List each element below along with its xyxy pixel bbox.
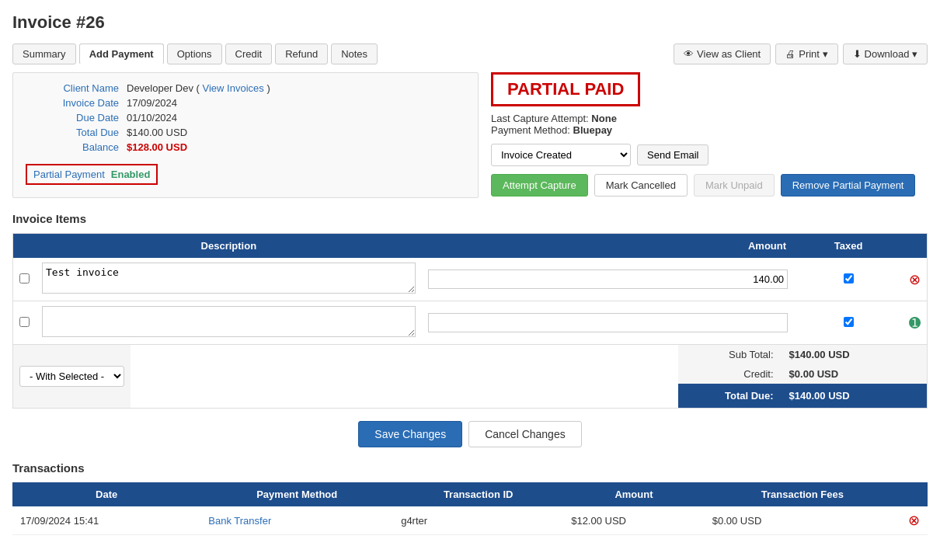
subtotal-value: $140.00 USD	[782, 345, 903, 364]
subtotal-action	[903, 345, 927, 364]
client-name-value: Developer Dev ( View Invoices )	[127, 82, 270, 94]
with-selected-totals-area: - With Selected - Delete Sub Total: $140…	[13, 345, 927, 408]
cancel-changes-button[interactable]: Cancel Changes	[468, 421, 582, 447]
view-as-client-button[interactable]: 👁 View as Client	[674, 43, 771, 64]
row2-add-cell: ➊	[903, 301, 927, 345]
send-email-button[interactable]: Send Email	[637, 144, 708, 165]
tab-add-payment[interactable]: Add Payment	[79, 43, 164, 64]
row2-amount-input[interactable]	[428, 313, 788, 332]
total-due-label: Total Due	[26, 127, 127, 138]
total-due-totals-label: Total Due:	[678, 384, 782, 408]
row1-taxed-cell	[794, 258, 903, 301]
payment-method-label: Payment Method:	[491, 124, 570, 136]
txn-payment-method-link[interactable]: Bank Transfer	[208, 515, 271, 527]
total-due-row: Total Due $140.00 USD	[26, 127, 465, 138]
row1-remove-button[interactable]: ⊗	[909, 271, 921, 288]
invoice-date-label: Invoice Date	[26, 97, 127, 109]
credit-value: $0.00 USD	[782, 364, 903, 384]
due-date-label: Due Date	[26, 112, 127, 123]
invoice-items-header-row: Description Amount Taxed	[13, 234, 927, 258]
invoice-items-heading: Invoice Items	[12, 212, 928, 225]
table-row: ➊	[13, 301, 927, 345]
transactions-header-row: Date Payment Method Transaction ID Amoun…	[12, 482, 928, 506]
invoice-date-value: 17/09/2024	[127, 97, 177, 109]
row2-checkbox-cell	[13, 301, 36, 345]
transactions-heading: Transactions	[12, 461, 928, 475]
row2-amount-cell	[422, 301, 794, 345]
top-action-buttons: 👁 View as Client 🖨 Print ▾ ⬇ Download ▾	[674, 43, 928, 64]
partial-payment-box: Partial Payment Enabled	[26, 164, 158, 185]
mark-unpaid-button: Mark Unpaid	[694, 174, 775, 197]
print-button[interactable]: 🖨 Print ▾	[775, 43, 837, 64]
txn-fees: $0.00 USD	[705, 506, 900, 535]
print-label: Print ▾	[799, 48, 827, 60]
with-selected-area: - With Selected - Delete	[13, 345, 131, 408]
totals-section: Sub Total: $140.00 USD Credit: $0.00 USD…	[678, 345, 927, 408]
tab-options[interactable]: Options	[167, 43, 222, 64]
col-date: Date	[12, 482, 200, 506]
due-date-row: Due Date 01/10/2024	[26, 112, 465, 123]
txn-amount: $12.00 USD	[563, 506, 705, 535]
mark-cancelled-button[interactable]: Mark Cancelled	[594, 174, 688, 197]
balance-value: $128.00 USD	[127, 141, 187, 153]
download-label: Download ▾	[865, 48, 917, 60]
col-amount: Amount	[563, 482, 705, 506]
txn-remove-button[interactable]: ⊗	[908, 512, 920, 529]
row2-add-button[interactable]: ➊	[909, 315, 921, 332]
row1-taxed-checkbox[interactable]	[844, 273, 854, 283]
attempt-capture-button[interactable]: Attempt Capture	[491, 174, 588, 197]
status-dropdown[interactable]: Invoice Created Payment Pending Paid Can…	[491, 144, 631, 166]
last-capture-label: Last Capture Attempt:	[491, 113, 589, 124]
invoice-items-table: Description Amount Taxed Test invoice	[13, 234, 927, 345]
col-description: Description	[36, 234, 422, 258]
row1-amount-input[interactable]	[428, 270, 788, 289]
form-actions: Save Changes Cancel Changes	[12, 421, 928, 447]
invoice-summary-area: Client Name Developer Dev ( View Invoice…	[12, 72, 928, 198]
totals-spacer	[131, 345, 678, 408]
download-button[interactable]: ⬇ Download ▾	[843, 43, 928, 64]
col-transaction-id: Transaction ID	[393, 482, 563, 506]
view-invoices-link[interactable]: View Invoices	[203, 82, 264, 94]
row2-taxed-cell	[794, 301, 903, 345]
balance-label: Balance	[26, 141, 127, 153]
transactions-table: Date Payment Method Transaction ID Amoun…	[12, 482, 928, 535]
row2-taxed-checkbox[interactable]	[844, 317, 854, 327]
col-payment-method: Payment Method	[200, 482, 393, 506]
with-selected-dropdown[interactable]: - With Selected - Delete	[19, 366, 124, 387]
txn-payment-method: Bank Transfer	[200, 506, 393, 535]
row1-checkbox[interactable]	[19, 273, 30, 283]
partial-payment-label: Partial Payment	[33, 169, 105, 180]
row1-description-input[interactable]: Test invoice	[42, 263, 416, 294]
row2-description-input[interactable]	[42, 306, 416, 337]
page-title: Invoice #26	[12, 12, 928, 33]
table-row: 17/09/2024 15:41 Bank Transfer g4rter $1…	[12, 506, 928, 535]
col-transaction-fees: Transaction Fees	[705, 482, 900, 506]
download-icon: ⬇	[853, 48, 862, 60]
col-amount: Amount	[422, 234, 794, 258]
col-checkbox	[13, 234, 36, 258]
total-due-value: $140.00 USD	[127, 127, 187, 138]
save-changes-button[interactable]: Save Changes	[358, 421, 462, 447]
payment-method-value: Bluepay	[573, 124, 613, 136]
tab-summary[interactable]: Summary	[12, 43, 76, 64]
partial-paid-badge: PARTIAL PAID	[491, 72, 640, 106]
subtotal-label: Sub Total:	[678, 345, 782, 364]
client-name-label: Client Name	[26, 82, 127, 94]
status-panel: PARTIAL PAID Last Capture Attempt: None …	[491, 72, 928, 198]
total-due-totals-row: Total Due: $140.00 USD	[678, 384, 927, 408]
credit-label: Credit:	[678, 364, 782, 384]
tab-credit[interactable]: Credit	[225, 43, 273, 64]
invoice-items-wrapper: Description Amount Taxed Test invoice	[12, 233, 928, 409]
txn-remove-cell: ⊗	[900, 506, 928, 535]
status-action-row: Attempt Capture Mark Cancelled Mark Unpa…	[491, 174, 928, 197]
tab-notes[interactable]: Notes	[331, 43, 378, 64]
remove-partial-payment-button[interactable]: Remove Partial Payment	[781, 174, 916, 197]
col-action	[900, 482, 928, 506]
col-taxed: Taxed	[794, 234, 903, 258]
total-due-totals-value: $140.00 USD	[782, 384, 903, 408]
tab-refund[interactable]: Refund	[275, 43, 328, 64]
row2-checkbox[interactable]	[19, 317, 30, 327]
table-row: Test invoice ⊗	[13, 258, 927, 301]
eye-icon: 👁	[684, 48, 694, 60]
tab-group: Summary Add Payment Options Credit Refun…	[12, 43, 378, 64]
